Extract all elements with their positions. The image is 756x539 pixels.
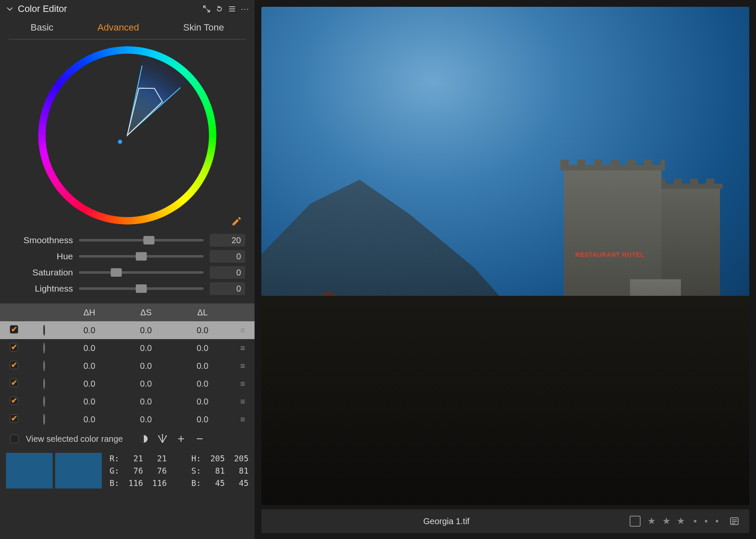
row-checkbox[interactable] [10, 414, 18, 423]
table-row[interactable]: 0.00.00.0≡ [0, 375, 255, 393]
slider-track[interactable] [79, 287, 204, 290]
readout-h1: 205 [207, 454, 225, 463]
view-range-label: View selected color range [26, 434, 123, 444]
row-checkbox[interactable] [10, 396, 18, 405]
row-swatch[interactable] [43, 414, 45, 425]
svg-point-2 [162, 434, 163, 435]
slider-thumb[interactable] [111, 268, 122, 277]
readout-s1: 81 [207, 466, 225, 475]
row-dh: 0.0 [61, 397, 118, 407]
row-dl: 0.0 [174, 361, 231, 371]
color-wheel[interactable] [38, 46, 216, 225]
slider-track[interactable] [79, 239, 204, 241]
color-editor-panel: Color Editor ⋯ Basic Advanced Skin Tone [0, 0, 255, 539]
before-patch [6, 453, 53, 488]
readout-br-label: B: [191, 478, 201, 488]
menu-icon[interactable] [227, 4, 237, 14]
color-wheel-area [0, 44, 255, 227]
image-foreground [261, 296, 749, 505]
svg-point-1 [158, 435, 159, 437]
tab-bar: Basic Advanced Skin Tone [8, 18, 246, 39]
readout-h-label: H: [191, 454, 201, 463]
slider-thumb[interactable] [136, 252, 147, 261]
metadata-icon[interactable] [728, 515, 741, 528]
slider-track[interactable] [79, 255, 204, 258]
table-row[interactable]: 0.00.00.0≡ [0, 393, 255, 410]
color-dots[interactable]: • • • [694, 516, 721, 527]
row-grip-icon[interactable]: ≡ [231, 379, 255, 389]
expand-arrows-icon[interactable] [202, 4, 211, 14]
row-swatch[interactable] [43, 360, 45, 371]
image-sign-text: RESTAURANT HOTEL [575, 251, 644, 258]
row-dh: 0.0 [61, 361, 118, 371]
slider-value[interactable]: 0 [210, 250, 245, 263]
row-ds: 0.0 [118, 415, 174, 424]
row-dh: 0.0 [61, 415, 118, 424]
readout-h2: 205 [231, 454, 249, 463]
more-icon[interactable]: ⋯ [240, 4, 249, 14]
row-dh: 0.0 [61, 379, 118, 389]
slider-label: Saturation [9, 267, 73, 278]
wheel-center-dot[interactable] [118, 140, 122, 144]
view-range-checkbox[interactable] [10, 435, 19, 443]
row-grip-icon[interactable]: ≡ [231, 415, 255, 424]
tab-skin-tone[interactable]: Skin Tone [181, 18, 227, 39]
row-dl: 0.0 [174, 379, 231, 389]
row-ds: 0.0 [118, 326, 174, 335]
reset-icon[interactable] [215, 4, 224, 14]
table-row[interactable]: 0.00.00.0≡ [0, 357, 255, 375]
row-grip-icon[interactable]: ≡ [231, 343, 255, 353]
row-ds: 0.0 [118, 397, 174, 407]
readout-g2: 76 [149, 466, 167, 475]
slider-value[interactable]: 0 [210, 266, 245, 279]
rating-stars[interactable]: ★ ★ ★ [647, 516, 686, 527]
row-dl: 0.0 [174, 326, 231, 335]
row-checkbox[interactable] [10, 343, 18, 351]
row-checkbox[interactable] [10, 379, 18, 387]
row-dl: 0.0 [174, 397, 231, 407]
col-dl: ΔL [174, 308, 231, 317]
readout-b1: 116 [125, 478, 143, 488]
row-checkbox[interactable] [10, 361, 18, 369]
slider-value[interactable]: 0 [210, 282, 245, 295]
row-swatch[interactable] [43, 396, 45, 407]
row-dl: 0.0 [174, 343, 231, 353]
slider-lightness: Lightness 0 [9, 282, 245, 295]
color-picker-icon[interactable] [231, 215, 243, 227]
row-swatch[interactable] [43, 342, 45, 354]
filename-label: Georgia 1.tif [270, 517, 623, 526]
slider-thumb[interactable] [143, 236, 154, 244]
selected-range-wedge[interactable] [11, 93, 127, 209]
table-row[interactable]: 0.00.00.0≡ [0, 410, 255, 428]
row-grip-icon[interactable]: ≡ [231, 326, 255, 335]
remove-icon[interactable]: − [193, 432, 206, 445]
readout-br2: 45 [231, 478, 249, 488]
slider-label: Lightness [9, 284, 73, 294]
table-row[interactable]: 0.00.00.0≡ [0, 339, 255, 357]
slider-thumb[interactable] [136, 284, 147, 293]
invert-mask-icon[interactable] [137, 432, 150, 445]
readout-r1: 21 [125, 454, 143, 463]
after-patch [55, 453, 102, 488]
panel-header: Color Editor ⋯ [0, 0, 255, 18]
add-icon[interactable]: + [175, 432, 188, 445]
row-dl: 0.0 [174, 415, 231, 424]
slider-hue: Hue 0 [9, 250, 245, 263]
row-swatch[interactable] [43, 325, 45, 336]
slider-saturation: Saturation 0 [9, 266, 245, 279]
row-swatch[interactable] [43, 378, 45, 389]
readout-r-label: R: [109, 454, 119, 463]
slider-value[interactable]: 20 [210, 234, 245, 247]
fan-icon[interactable] [156, 432, 169, 445]
row-grip-icon[interactable]: ≡ [231, 361, 255, 371]
slider-smoothness: Smoothness 20 [9, 234, 245, 247]
tab-advanced[interactable]: Advanced [95, 18, 142, 39]
row-grip-icon[interactable]: ≡ [231, 397, 255, 407]
row-checkbox[interactable] [10, 325, 18, 334]
tab-basic[interactable]: Basic [28, 18, 56, 39]
slider-track[interactable] [79, 271, 204, 274]
collapse-icon[interactable] [5, 4, 14, 14]
color-tag-box[interactable] [630, 516, 641, 527]
image-canvas[interactable]: RESTAURANT HOTEL [261, 7, 749, 505]
table-row[interactable]: 0.00.00.0≡ [0, 321, 255, 339]
